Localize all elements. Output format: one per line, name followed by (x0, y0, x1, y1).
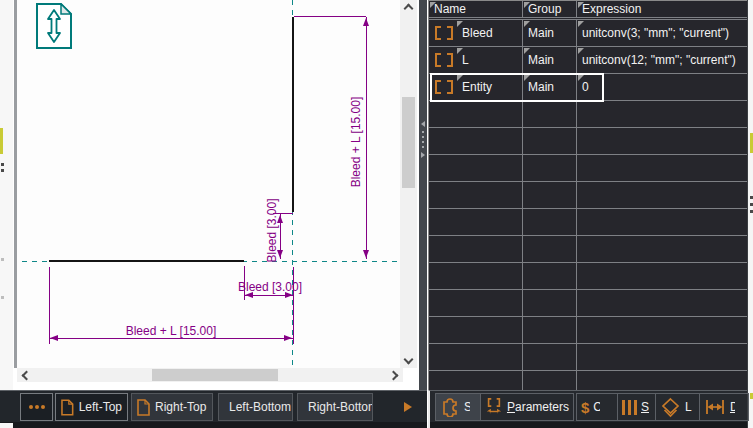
left-strip-tick (1, 258, 4, 261)
left-annotation-strip (0, 0, 13, 390)
vertical-edge-line[interactable] (292, 17, 294, 212)
puzzle-icon (440, 397, 460, 417)
dim-line (366, 17, 367, 259)
page-resize-icon[interactable] (36, 3, 72, 49)
tab-label: Left-Bottom (229, 400, 291, 414)
toolbar-group-left: S Parameters (435, 393, 574, 421)
corner-block (0, 423, 13, 428)
splitter-grip (422, 141, 424, 143)
width-arrow-icon (704, 398, 726, 416)
table-header-row: Name Group Expression (429, 1, 747, 18)
left-strip-tick (1, 163, 4, 166)
dim-arrow (284, 335, 292, 341)
empty-table-row[interactable] (429, 371, 747, 390)
splitter-grip (422, 146, 424, 148)
panel-toolbar: S Parameters $ C S L (428, 390, 747, 428)
scroll-left-arrow[interactable] (22, 371, 32, 381)
page-icon (61, 399, 74, 416)
parameters-button[interactable]: Parameters (481, 394, 573, 420)
source-button[interactable]: S (436, 394, 481, 420)
table-row-entity-selected[interactable]: Entity Main 0 (429, 74, 747, 101)
right-annotation-strip (747, 0, 753, 428)
button-label: S (464, 400, 470, 414)
toolbar-group-right: $ C S L D (576, 393, 749, 421)
empty-table-row[interactable] (429, 344, 747, 371)
button-label: L (685, 400, 692, 414)
param-group: Main (528, 53, 554, 67)
canvas-vertical-scrollbar[interactable] (400, 0, 417, 368)
dim-arrow (50, 335, 58, 341)
empty-table-row[interactable] (429, 101, 747, 128)
panel-splitter[interactable] (419, 0, 427, 390)
button-label: S (641, 400, 649, 414)
empty-table-row[interactable] (429, 290, 747, 317)
empty-table-row[interactable] (429, 209, 747, 236)
dim-line (49, 338, 293, 339)
dim-extension-line (294, 16, 366, 17)
dim-arrow (363, 18, 369, 26)
column-header-name[interactable]: Name (429, 1, 523, 17)
tab-overflow-button[interactable] (20, 393, 53, 421)
column-header-expression[interactable]: Expression (577, 1, 747, 17)
left-strip-tick (1, 296, 4, 299)
empty-table-row[interactable] (429, 128, 747, 155)
diamond-layers-icon (660, 397, 681, 418)
tab-scroll-next-button[interactable] (404, 402, 412, 412)
column-header-group[interactable]: Group (523, 1, 577, 17)
dim-label-right-vertical: Bleed + L [15.00] (349, 92, 363, 192)
layers-button[interactable]: L (656, 394, 700, 420)
drawing-canvas[interactable]: Bleed + L [15.00] Bleed [3.00] Bleed [3.… (14, 0, 400, 368)
toolbar-bottom-strip (430, 422, 747, 428)
button-label: D (730, 400, 735, 414)
tab-right-bottom[interactable]: Right-Bottom (297, 393, 373, 421)
table-row-l[interactable]: L Main unitconv(12; "mm"; "current") (429, 47, 747, 74)
dot-icon (41, 405, 45, 409)
dimensions-button[interactable]: D (700, 394, 748, 420)
param-name: Bleed (462, 26, 493, 40)
column-header-label: Name (434, 2, 466, 16)
horizontal-edge-line[interactable] (49, 260, 244, 262)
param-expression: unitconv(3; "mm"; "current") (582, 26, 729, 40)
tabbar-bottom-strip (0, 422, 427, 428)
param-name: L (462, 53, 469, 67)
scroll-down-arrow[interactable] (404, 355, 414, 365)
tab-left-bottom[interactable]: Left-Bottom (218, 393, 293, 421)
empty-table-row[interactable] (429, 182, 747, 209)
empty-table-row[interactable] (429, 317, 747, 344)
column-header-label: Group (528, 2, 561, 16)
table-row-bleed[interactable]: Bleed Main unitconv(3; "mm"; "current") (429, 20, 747, 47)
tab-left-top[interactable]: Left-Top (55, 393, 128, 421)
scroll-up-arrow[interactable] (404, 4, 414, 14)
tab-label: Left-Top (79, 400, 122, 414)
vertical-scroll-thumb[interactable] (402, 97, 415, 188)
parameters-brackets-icon (485, 396, 503, 418)
splitter-collapse-left-icon[interactable] (421, 121, 425, 127)
sheet-tab-bar: Left-Top Right-Top Left-Bottom Right-Bot… (0, 390, 427, 428)
horizontal-scroll-thumb[interactable] (152, 369, 278, 381)
dim-label-bottom-horizontal: Bleed + L [15.00] (117, 324, 225, 338)
param-group: Main (528, 26, 554, 40)
bars-icon (622, 400, 637, 415)
param-expression: unitconv(12; "mm"; "current") (582, 53, 736, 67)
dim-arrow (363, 250, 369, 258)
dim-extension-line (293, 267, 294, 344)
empty-table-row[interactable] (429, 155, 747, 182)
page-icon (137, 399, 150, 416)
scroll-right-arrow[interactable] (389, 371, 399, 381)
empty-table-row[interactable] (429, 263, 747, 290)
canvas-horizontal-scrollbar[interactable] (17, 368, 403, 382)
empty-table-row[interactable] (429, 236, 747, 263)
styles-button[interactable]: S (618, 394, 656, 420)
param-expression: 0 (582, 80, 589, 94)
splitter-collapse-right-icon[interactable] (421, 152, 425, 158)
dollar-icon: $ (581, 399, 589, 416)
button-label: C (593, 400, 600, 414)
currency-button[interactable]: $ C (577, 394, 618, 420)
left-strip-yellow-marker (0, 128, 3, 154)
tab-label: Right-Bottom (308, 400, 373, 414)
tab-right-top[interactable]: Right-Top (131, 393, 213, 421)
brackets-icon (435, 80, 455, 94)
param-name: Entity (462, 80, 492, 94)
dim-label-inner-vertical: Bleed [3.00] (265, 196, 278, 266)
brackets-icon (435, 53, 455, 67)
